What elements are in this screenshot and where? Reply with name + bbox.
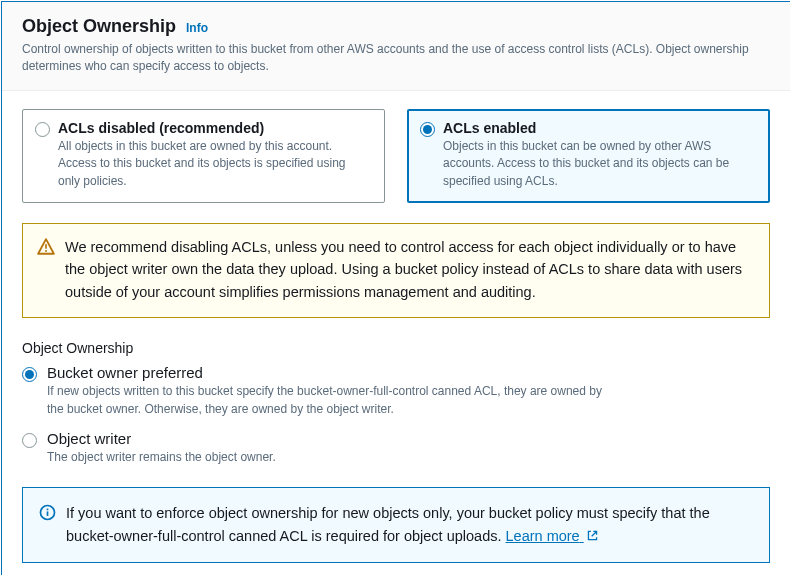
- object-writer-label: Object writer: [47, 430, 276, 447]
- radio-icon: [22, 367, 37, 382]
- radio-icon: [22, 433, 37, 448]
- info-link[interactable]: Info: [186, 21, 208, 35]
- radio-icon: [420, 122, 435, 137]
- warning-text: We recommend disabling ACLs, unless you …: [65, 236, 755, 303]
- radio-icon: [35, 122, 50, 137]
- object-writer-description: The object writer remains the object own…: [47, 449, 276, 466]
- info-icon: [39, 504, 56, 521]
- svg-rect-4: [47, 508, 49, 510]
- panel-title: Object Ownership: [22, 16, 176, 37]
- svg-rect-0: [45, 244, 47, 249]
- external-link-icon: [586, 529, 599, 542]
- info-text: If you want to enforce object ownership …: [66, 502, 753, 548]
- acls-enabled-option[interactable]: ACLs enabled Objects in this bucket can …: [407, 109, 770, 203]
- acls-disabled-label: ACLs disabled (recommended): [58, 120, 370, 136]
- bucket-owner-preferred-label: Bucket owner preferred: [47, 364, 607, 381]
- panel-header: Object Ownership Info Control ownership …: [2, 2, 790, 91]
- acls-enabled-label: ACLs enabled: [443, 120, 755, 136]
- svg-rect-3: [47, 511, 49, 515]
- object-writer-option[interactable]: Object writer The object writer remains …: [22, 430, 770, 466]
- bucket-owner-preferred-option[interactable]: Bucket owner preferred If new objects wr…: [22, 364, 770, 418]
- info-message: If you want to enforce object ownership …: [66, 505, 710, 544]
- warning-icon: [37, 238, 55, 256]
- bucket-owner-preferred-description: If new objects written to this bucket sp…: [47, 383, 607, 418]
- acls-disabled-option[interactable]: ACLs disabled (recommended) All objects …: [22, 109, 385, 203]
- panel-description: Control ownership of objects written to …: [22, 41, 770, 76]
- object-ownership-panel: Object Ownership Info Control ownership …: [1, 1, 790, 575]
- svg-rect-1: [45, 250, 47, 252]
- info-alert: If you want to enforce object ownership …: [22, 487, 770, 563]
- learn-more-link[interactable]: Learn more: [506, 528, 599, 544]
- ownership-section-label: Object Ownership: [22, 340, 770, 356]
- warning-alert: We recommend disabling ACLs, unless you …: [22, 223, 770, 318]
- acls-enabled-description: Objects in this bucket can be owned by o…: [443, 138, 755, 190]
- acls-disabled-description: All objects in this bucket are owned by …: [58, 138, 370, 190]
